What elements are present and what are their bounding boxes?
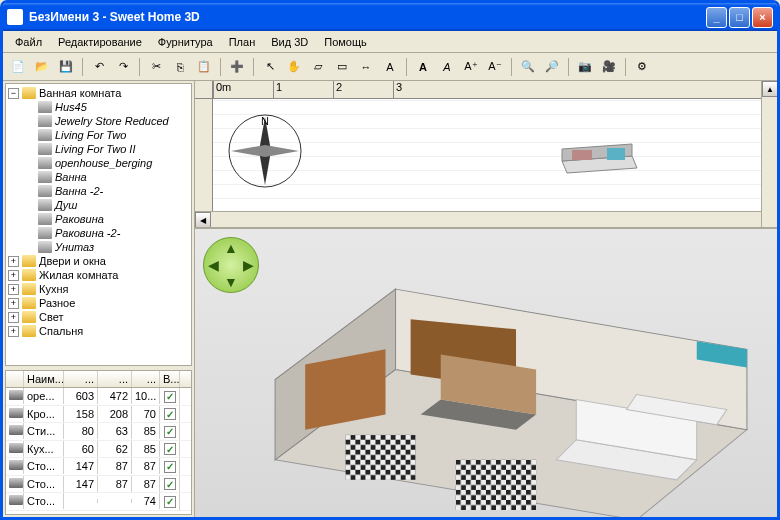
th-icon[interactable] (6, 371, 24, 387)
th-visible[interactable]: В... (160, 371, 180, 387)
tree-item[interactable]: Living For Two II (24, 142, 189, 156)
table-row[interactable]: Сто...1478787✓ (6, 458, 191, 476)
compass[interactable]: N (225, 111, 305, 191)
tree-root[interactable]: − Ванная комната (8, 86, 189, 100)
new-icon[interactable]: 📄 (7, 56, 29, 78)
expand-icon[interactable]: + (8, 270, 19, 281)
tree-item[interactable]: Раковина (24, 212, 189, 226)
save-icon[interactable]: 💾 (55, 56, 77, 78)
menu-plan[interactable]: План (221, 33, 264, 51)
scroll-up-icon[interactable]: ▲ (762, 81, 777, 97)
right-panel: 0m 1 2 3 N (195, 81, 777, 517)
paste-icon[interactable]: 📋 (193, 56, 215, 78)
th-name[interactable]: Наим... (24, 371, 64, 387)
plan-scrollbar-v[interactable]: ▲ (761, 81, 777, 227)
menu-edit[interactable]: Редактирование (50, 33, 150, 51)
tree-item[interactable]: openhouse_berging (24, 156, 189, 170)
separator (139, 58, 140, 76)
tree-item[interactable]: Ванна -2- (24, 184, 189, 198)
add-furniture-icon[interactable]: ➕ (226, 56, 248, 78)
tree-item[interactable]: Душ (24, 198, 189, 212)
visible-checkbox[interactable]: ✓ (164, 391, 176, 403)
minimize-button[interactable]: _ (706, 7, 727, 28)
nav-left-icon[interactable]: ◀ (208, 257, 219, 273)
visible-checkbox[interactable]: ✓ (164, 426, 176, 438)
zoom-in-icon[interactable]: 🔍 (517, 56, 539, 78)
cell-val: 85 (132, 423, 160, 439)
pan-icon[interactable]: ✋ (283, 56, 305, 78)
camera-icon[interactable]: 📷 (574, 56, 596, 78)
settings-icon[interactable]: ⚙ (631, 56, 653, 78)
cell-name: Кух... (24, 441, 64, 457)
table-row[interactable]: ope...60347210...✓ (6, 388, 191, 406)
view-3d[interactable]: ▲ ▼ ◀ ▶ (195, 229, 777, 517)
tree-item[interactable]: Раковина -2- (24, 226, 189, 240)
undo-icon[interactable]: ↶ (88, 56, 110, 78)
tree-category[interactable]: +Двери и окна (8, 254, 189, 268)
expand-icon[interactable]: + (8, 312, 19, 323)
open-icon[interactable]: 📂 (31, 56, 53, 78)
furniture-icon (38, 129, 52, 141)
scroll-left-icon[interactable]: ◀ (195, 212, 211, 228)
redo-icon[interactable]: ↷ (112, 56, 134, 78)
tree-item[interactable]: Ванна (24, 170, 189, 184)
video-icon[interactable]: 🎥 (598, 56, 620, 78)
zoom-out-icon[interactable]: 🔎 (541, 56, 563, 78)
th-col1[interactable]: ... (64, 371, 98, 387)
tree-category[interactable]: +Кухня (8, 282, 189, 296)
table-row[interactable]: Сти...806385✓ (6, 423, 191, 441)
visible-checkbox[interactable]: ✓ (164, 496, 176, 508)
collapse-icon[interactable]: − (8, 88, 19, 99)
maximize-button[interactable]: □ (729, 7, 750, 28)
titlebar[interactable]: БезИмени 3 - Sweet Home 3D _ □ × (3, 3, 777, 31)
nav-control[interactable]: ▲ ▼ ◀ ▶ (203, 237, 259, 293)
tree-item[interactable]: Living For Two (24, 128, 189, 142)
folder-icon (22, 283, 36, 295)
th-col3[interactable]: ... (132, 371, 160, 387)
increase-icon[interactable]: A⁺ (460, 56, 482, 78)
tree-category[interactable]: +Жилая комната (8, 268, 189, 282)
plan-view[interactable]: 0m 1 2 3 N (195, 81, 777, 229)
menu-help[interactable]: Помощь (316, 33, 375, 51)
tree-category[interactable]: +Разное (8, 296, 189, 310)
tree-item[interactable]: Hus45 (24, 100, 189, 114)
italic-icon[interactable]: A (436, 56, 458, 78)
close-button[interactable]: × (752, 7, 773, 28)
separator (511, 58, 512, 76)
cut-icon[interactable]: ✂ (145, 56, 167, 78)
table-row[interactable]: Кро...15820870✓ (6, 406, 191, 424)
table-row[interactable]: Кух...606285✓ (6, 441, 191, 459)
tree-category[interactable]: +Спальня (8, 324, 189, 338)
room-icon[interactable]: ▭ (331, 56, 353, 78)
menu-file[interactable]: Файл (7, 33, 50, 51)
decrease-icon[interactable]: A⁻ (484, 56, 506, 78)
nav-up-icon[interactable]: ▲ (224, 240, 238, 256)
dimension-icon[interactable]: ↔ (355, 56, 377, 78)
expand-icon[interactable]: + (8, 284, 19, 295)
expand-icon[interactable]: + (8, 256, 19, 267)
plan-scrollbar-h[interactable]: ◀ (195, 211, 761, 227)
expand-icon[interactable]: + (8, 298, 19, 309)
bold-icon[interactable]: A (412, 56, 434, 78)
wall-icon[interactable]: ▱ (307, 56, 329, 78)
copy-icon[interactable]: ⎘ (169, 56, 191, 78)
th-col2[interactable]: ... (98, 371, 132, 387)
furniture-tree[interactable]: − Ванная комната Hus45Jewelry Store Redu… (5, 83, 192, 366)
select-icon[interactable]: ↖ (259, 56, 281, 78)
cell-val: 158 (64, 406, 98, 422)
table-row[interactable]: Сто...74✓ (6, 493, 191, 511)
nav-right-icon[interactable]: ▶ (243, 257, 254, 273)
menu-furniture[interactable]: Фурнитура (150, 33, 221, 51)
text-icon[interactable]: A (379, 56, 401, 78)
expand-icon[interactable]: + (8, 326, 19, 337)
tree-category[interactable]: +Свет (8, 310, 189, 324)
menu-view3d[interactable]: Вид 3D (263, 33, 316, 51)
visible-checkbox[interactable]: ✓ (164, 461, 176, 473)
tree-item[interactable]: Унитаз (24, 240, 189, 254)
visible-checkbox[interactable]: ✓ (164, 443, 176, 455)
table-row[interactable]: Сто...1478787✓ (6, 476, 191, 494)
visible-checkbox[interactable]: ✓ (164, 408, 176, 420)
visible-checkbox[interactable]: ✓ (164, 478, 176, 490)
tree-item[interactable]: Jewelry Store Reduced (24, 114, 189, 128)
nav-down-icon[interactable]: ▼ (224, 274, 238, 290)
